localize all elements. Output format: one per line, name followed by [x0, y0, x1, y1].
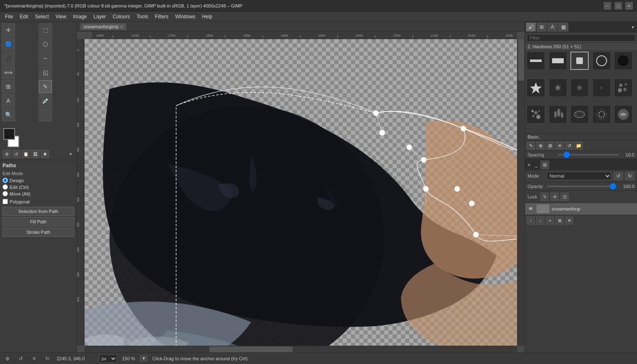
polygonal-checkbox[interactable]: Polygonal: [2, 199, 74, 204]
channels-tab[interactable]: ≡: [525, 161, 532, 169]
menu-image[interactable]: Image: [70, 13, 90, 20]
layer-move-up-btn[interactable]: ↑: [527, 216, 535, 225]
layer-delete-btn[interactable]: ✕: [565, 216, 573, 225]
v-scrollbar-thumb[interactable]: [518, 39, 524, 81]
layer-add-btn[interactable]: +: [546, 216, 554, 225]
menu-select[interactable]: Select: [32, 13, 52, 20]
brush-item-14[interactable]: [614, 105, 632, 124]
text-tool[interactable]: A: [2, 94, 15, 107]
zoom-dropdown-btn[interactable]: ▼: [140, 355, 147, 362]
free-select-tool[interactable]: ⬚: [39, 23, 52, 37]
menu-tools[interactable]: Tools: [133, 13, 152, 20]
opacity-slider[interactable]: [547, 186, 616, 187]
menu-edit[interactable]: Edit: [16, 13, 32, 20]
edit-option[interactable]: Edit (Ctrl): [2, 184, 74, 190]
brush-item-3[interactable]: [592, 52, 611, 70]
brush-filter-input[interactable]: [527, 34, 635, 42]
brush-edit-btn[interactable]: ✎: [527, 141, 535, 150]
canvas-scrollbar-vertical[interactable]: [517, 39, 525, 346]
perspective-tool[interactable]: ◱: [39, 66, 52, 79]
tool-opt-btn4[interactable]: 🖼: [31, 150, 40, 158]
mode-redo-btn[interactable]: ↻: [625, 172, 635, 180]
move-tool[interactable]: ✛: [2, 23, 15, 37]
brush-item-7[interactable]: [570, 79, 589, 97]
status-icon-1[interactable]: ⊕: [3, 354, 12, 363]
stroke-path-button[interactable]: Stroke Path: [2, 228, 74, 237]
lock-position-btn[interactable]: ✛: [550, 193, 559, 201]
tool-opt-btn3[interactable]: 📋: [22, 150, 30, 158]
fonts-tab[interactable]: A: [547, 22, 557, 32]
brush-folder-btn[interactable]: 📁: [575, 141, 583, 150]
menu-colours[interactable]: Colours: [109, 13, 133, 20]
status-icon-2[interactable]: ↺: [17, 354, 25, 363]
foreground-color[interactable]: [3, 128, 15, 140]
minimize-button[interactable]: −: [604, 2, 611, 10]
flip-tool[interactable]: ⟺: [2, 66, 15, 79]
edit-radio[interactable]: [2, 184, 8, 190]
brush-item-6[interactable]: [549, 79, 567, 97]
path-tool[interactable]: ✎: [39, 80, 52, 93]
move-option[interactable]: Move (Alt): [2, 191, 74, 196]
tool-opt-btn2[interactable]: ↺: [12, 150, 20, 158]
brush-item-13[interactable]: [592, 105, 611, 124]
mode-select[interactable]: Normal Multiply Screen: [547, 172, 611, 180]
lasso-tool[interactable]: 🔵: [2, 37, 15, 51]
crop-tool[interactable]: ⬛: [2, 52, 15, 65]
panel-expand-btn[interactable]: ▼: [630, 22, 636, 32]
menu-view[interactable]: View: [52, 13, 70, 20]
menu-windows[interactable]: Windows: [172, 13, 199, 20]
patterns-tab[interactable]: ⊞: [537, 22, 547, 32]
canvas-scrollbar-horizontal[interactable]: [85, 346, 517, 352]
brush-delete-btn[interactable]: ✕: [555, 141, 564, 150]
h-scrollbar-thumb[interactable]: [209, 347, 293, 352]
brush-refresh-btn[interactable]: ↺: [565, 141, 573, 150]
selection-from-path-button[interactable]: Selection from Path: [2, 207, 74, 216]
mode-undo-btn[interactable]: ↺: [614, 172, 623, 180]
menu-help[interactable]: Help: [199, 13, 216, 20]
canvas-close-icon[interactable]: ×: [120, 24, 123, 29]
maximize-button[interactable]: □: [615, 2, 622, 10]
layer-move-down-btn[interactable]: ↓: [536, 216, 545, 225]
lock-alpha-btn[interactable]: ⊡: [560, 193, 569, 201]
menu-filters[interactable]: Filters: [152, 13, 172, 20]
brush-item-11[interactable]: [549, 105, 567, 124]
gradients-tab[interactable]: ▦: [558, 22, 568, 32]
brush-item-5[interactable]: [527, 79, 545, 97]
brush-paste-btn[interactable]: ⊞: [546, 141, 554, 150]
canvas-viewport[interactable]: [85, 39, 517, 346]
zoom-tool[interactable]: 🔍: [2, 108, 15, 121]
brush-item-8[interactable]: [592, 79, 611, 97]
brush-copy-btn[interactable]: ⊕: [536, 141, 545, 150]
spacing-slider[interactable]: [558, 154, 619, 156]
lock-pixels-btn[interactable]: ✎: [540, 193, 549, 201]
design-option[interactable]: Design: [2, 178, 74, 183]
color-picker[interactable]: 💉: [39, 94, 52, 107]
design-radio[interactable]: [2, 178, 8, 183]
transform-tool[interactable]: ↔: [39, 52, 52, 65]
menu-file[interactable]: File: [2, 13, 16, 20]
fill-path-button[interactable]: Fill Path: [2, 217, 74, 226]
layer-copy-btn[interactable]: ⊕: [555, 216, 564, 225]
close-button[interactable]: ×: [625, 2, 633, 10]
status-icon-4[interactable]: ↻: [43, 354, 52, 363]
brush-item-10[interactable]: [527, 105, 545, 124]
brush-item-2[interactable]: [570, 52, 589, 70]
brush-item-9[interactable]: [614, 79, 632, 97]
tool-opt-btn1[interactable]: ⚙: [2, 150, 11, 158]
brushes-tab[interactable]: 🖌: [526, 22, 536, 32]
tool-opt-btn5[interactable]: ✱: [41, 150, 49, 158]
layers-list-tab[interactable]: ⊞: [540, 161, 549, 169]
polygonal-check[interactable]: [2, 199, 8, 204]
layer-visibility-btn[interactable]: 👁: [528, 206, 534, 212]
brush-item-12[interactable]: [570, 105, 589, 124]
canvas-tab-item[interactable]: snowmanforgimp ×: [80, 23, 126, 30]
unit-select[interactable]: px mm in: [99, 354, 117, 363]
move-radio[interactable]: [2, 191, 8, 196]
status-icon-3[interactable]: ✕: [30, 354, 38, 363]
fuzzy-select[interactable]: ⬡: [39, 37, 52, 51]
brush-item-1[interactable]: [549, 52, 567, 70]
paths-tab[interactable]: ⎯: [532, 161, 540, 169]
expand-btn[interactable]: ▼: [67, 150, 74, 158]
align-tool[interactable]: ⊞: [2, 80, 15, 93]
layer-row[interactable]: 👁 snowmanforgi: [525, 203, 637, 215]
